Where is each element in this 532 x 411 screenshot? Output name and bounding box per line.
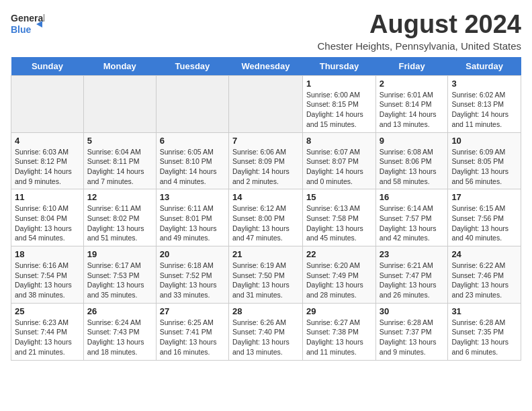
calendar-cell: 16Sunrise: 6:14 AM Sunset: 7:57 PM Dayli… — [375, 189, 448, 246]
cell-content: Sunrise: 6:24 AM Sunset: 7:43 PM Dayligh… — [87, 318, 152, 357]
date-number: 9 — [380, 136, 445, 146]
cell-content: Sunrise: 6:05 AM Sunset: 8:10 PM Dayligh… — [160, 147, 225, 187]
page-title: August 2024 — [318, 11, 522, 39]
date-number: 31 — [451, 306, 517, 316]
column-header-friday: Friday — [375, 57, 448, 76]
date-number: 25 — [15, 306, 80, 316]
column-header-monday: Monday — [83, 57, 156, 76]
calendar-cell: 22Sunrise: 6:20 AM Sunset: 7:49 PM Dayli… — [303, 246, 376, 304]
date-number: 18 — [15, 249, 80, 259]
calendar-cell: 3Sunrise: 6:02 AM Sunset: 8:13 PM Daylig… — [448, 75, 521, 132]
calendar-cell: 27Sunrise: 6:25 AM Sunset: 7:41 PM Dayli… — [156, 303, 228, 360]
date-number: 1 — [306, 79, 372, 89]
cell-content: Sunrise: 6:19 AM Sunset: 7:50 PM Dayligh… — [232, 261, 299, 300]
column-header-tuesday: Tuesday — [156, 57, 228, 76]
calendar-cell: 9Sunrise: 6:08 AM Sunset: 8:06 PM Daylig… — [375, 132, 448, 189]
calendar-cell: 31Sunrise: 6:28 AM Sunset: 7:35 PM Dayli… — [448, 303, 521, 360]
column-header-wednesday: Wednesday — [229, 57, 303, 76]
date-number: 30 — [380, 306, 445, 316]
date-number: 12 — [87, 192, 152, 202]
date-number: 13 — [160, 192, 225, 202]
cell-content: Sunrise: 6:28 AM Sunset: 7:35 PM Dayligh… — [451, 318, 517, 357]
date-number: 16 — [380, 192, 445, 202]
date-number: 7 — [232, 136, 299, 146]
calendar-table: SundayMondayTuesdayWednesdayThursdayFrid… — [11, 57, 521, 361]
title-area: August 2024 Chester Heights, Pennsylvani… — [318, 11, 522, 52]
cell-content: Sunrise: 6:13 AM Sunset: 7:58 PM Dayligh… — [306, 203, 372, 243]
calendar-cell: 7Sunrise: 6:06 AM Sunset: 8:09 PM Daylig… — [229, 132, 303, 189]
date-number: 8 — [306, 136, 372, 146]
logo-icon: GeneralBlue — [11, 11, 44, 36]
calendar-cell: 12Sunrise: 6:11 AM Sunset: 8:02 PM Dayli… — [83, 189, 156, 246]
cell-content: Sunrise: 6:20 AM Sunset: 7:49 PM Dayligh… — [306, 261, 372, 300]
calendar-cell — [83, 75, 156, 132]
calendar-cell — [156, 75, 228, 132]
calendar-cell: 1Sunrise: 6:00 AM Sunset: 8:15 PM Daylig… — [303, 75, 376, 132]
cell-content: Sunrise: 6:28 AM Sunset: 7:37 PM Dayligh… — [380, 318, 445, 357]
calendar-week-1: 1Sunrise: 6:00 AM Sunset: 8:15 PM Daylig… — [11, 75, 521, 132]
date-number: 28 — [232, 306, 299, 316]
header-row: SundayMondayTuesdayWednesdayThursdayFrid… — [11, 57, 521, 76]
calendar-cell: 20Sunrise: 6:18 AM Sunset: 7:52 PM Dayli… — [156, 246, 228, 304]
cell-content: Sunrise: 6:25 AM Sunset: 7:41 PM Dayligh… — [160, 318, 225, 357]
calendar-cell: 6Sunrise: 6:05 AM Sunset: 8:10 PM Daylig… — [156, 132, 228, 189]
date-number: 29 — [306, 306, 372, 316]
date-number: 27 — [160, 306, 225, 316]
date-number: 3 — [451, 79, 517, 89]
calendar-week-4: 18Sunrise: 6:16 AM Sunset: 7:54 PM Dayli… — [11, 246, 521, 304]
date-number: 4 — [15, 136, 80, 146]
column-header-saturday: Saturday — [448, 57, 521, 76]
calendar-cell: 25Sunrise: 6:23 AM Sunset: 7:44 PM Dayli… — [11, 303, 84, 360]
column-header-thursday: Thursday — [303, 57, 376, 76]
date-number: 22 — [306, 249, 372, 259]
calendar-cell: 29Sunrise: 6:27 AM Sunset: 7:38 PM Dayli… — [303, 303, 376, 360]
cell-content: Sunrise: 6:27 AM Sunset: 7:38 PM Dayligh… — [306, 318, 372, 357]
cell-content: Sunrise: 6:21 AM Sunset: 7:47 PM Dayligh… — [380, 261, 445, 300]
date-number: 21 — [232, 249, 299, 259]
calendar-cell: 24Sunrise: 6:22 AM Sunset: 7:46 PM Dayli… — [448, 246, 521, 304]
date-number: 2 — [380, 79, 445, 89]
cell-content: Sunrise: 6:23 AM Sunset: 7:44 PM Dayligh… — [15, 318, 80, 357]
cell-content: Sunrise: 6:16 AM Sunset: 7:54 PM Dayligh… — [15, 261, 80, 300]
date-number: 14 — [232, 192, 299, 202]
calendar-cell: 23Sunrise: 6:21 AM Sunset: 7:47 PM Dayli… — [375, 246, 448, 304]
calendar-cell: 28Sunrise: 6:26 AM Sunset: 7:40 PM Dayli… — [229, 303, 303, 360]
cell-content: Sunrise: 6:22 AM Sunset: 7:46 PM Dayligh… — [451, 261, 517, 300]
cell-content: Sunrise: 6:10 AM Sunset: 8:04 PM Dayligh… — [15, 203, 80, 243]
page-subtitle: Chester Heights, Pennsylvania, United St… — [318, 40, 522, 52]
calendar-cell — [229, 75, 303, 132]
cell-content: Sunrise: 6:14 AM Sunset: 7:57 PM Dayligh… — [380, 203, 445, 243]
cell-content: Sunrise: 6:07 AM Sunset: 8:07 PM Dayligh… — [306, 147, 372, 187]
svg-text:General: General — [11, 13, 44, 24]
calendar-cell: 10Sunrise: 6:09 AM Sunset: 8:05 PM Dayli… — [448, 132, 521, 189]
calendar-cell — [11, 75, 84, 132]
calendar-cell: 14Sunrise: 6:12 AM Sunset: 8:00 PM Dayli… — [229, 189, 303, 246]
calendar-week-3: 11Sunrise: 6:10 AM Sunset: 8:04 PM Dayli… — [11, 189, 521, 246]
date-number: 19 — [87, 249, 152, 259]
column-header-sunday: Sunday — [11, 57, 84, 76]
cell-content: Sunrise: 6:12 AM Sunset: 8:00 PM Dayligh… — [232, 203, 299, 243]
calendar-week-5: 25Sunrise: 6:23 AM Sunset: 7:44 PM Dayli… — [11, 303, 521, 360]
svg-text:Blue: Blue — [11, 24, 32, 35]
calendar-cell: 21Sunrise: 6:19 AM Sunset: 7:50 PM Dayli… — [229, 246, 303, 304]
cell-content: Sunrise: 6:11 AM Sunset: 8:02 PM Dayligh… — [87, 203, 152, 243]
date-number: 23 — [380, 249, 445, 259]
calendar-cell: 8Sunrise: 6:07 AM Sunset: 8:07 PM Daylig… — [303, 132, 376, 189]
cell-content: Sunrise: 6:03 AM Sunset: 8:12 PM Dayligh… — [15, 147, 80, 187]
cell-content: Sunrise: 6:17 AM Sunset: 7:53 PM Dayligh… — [87, 261, 152, 300]
calendar-cell: 17Sunrise: 6:15 AM Sunset: 7:56 PM Dayli… — [448, 189, 521, 246]
calendar-cell: 30Sunrise: 6:28 AM Sunset: 7:37 PM Dayli… — [375, 303, 448, 360]
calendar-cell: 4Sunrise: 6:03 AM Sunset: 8:12 PM Daylig… — [11, 132, 84, 189]
calendar-cell: 15Sunrise: 6:13 AM Sunset: 7:58 PM Dayli… — [303, 189, 376, 246]
date-number: 5 — [87, 136, 152, 146]
cell-content: Sunrise: 6:02 AM Sunset: 8:13 PM Dayligh… — [451, 90, 517, 130]
calendar-cell: 5Sunrise: 6:04 AM Sunset: 8:11 PM Daylig… — [83, 132, 156, 189]
calendar-cell: 26Sunrise: 6:24 AM Sunset: 7:43 PM Dayli… — [83, 303, 156, 360]
calendar-cell: 18Sunrise: 6:16 AM Sunset: 7:54 PM Dayli… — [11, 246, 84, 304]
cell-content: Sunrise: 6:01 AM Sunset: 8:14 PM Dayligh… — [380, 90, 445, 130]
date-number: 20 — [160, 249, 225, 259]
cell-content: Sunrise: 6:06 AM Sunset: 8:09 PM Dayligh… — [232, 147, 299, 187]
date-number: 24 — [451, 249, 517, 259]
cell-content: Sunrise: 6:11 AM Sunset: 8:01 PM Dayligh… — [160, 203, 225, 243]
calendar-week-2: 4Sunrise: 6:03 AM Sunset: 8:12 PM Daylig… — [11, 132, 521, 189]
